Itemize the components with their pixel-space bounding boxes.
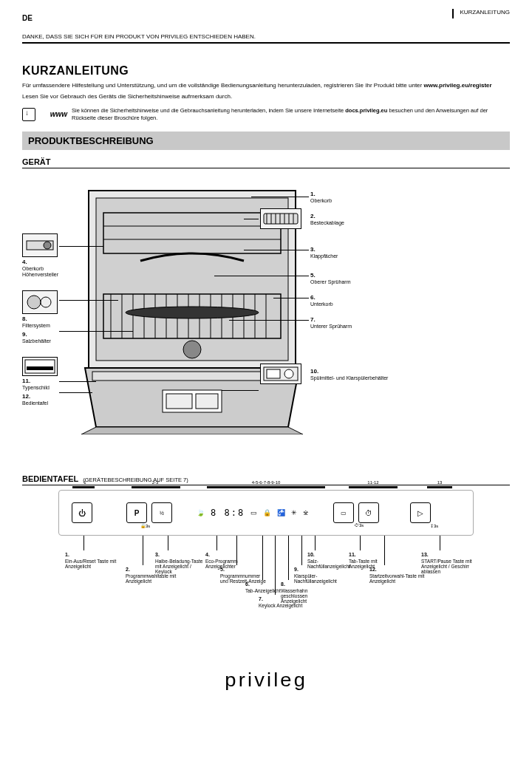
header-lang: DE bbox=[22, 13, 256, 23]
power-button[interactable]: ⏻ bbox=[72, 502, 92, 523]
page-title: KURZANLEITUNG bbox=[22, 64, 510, 78]
thumb-filter bbox=[22, 290, 58, 314]
svg-point-28 bbox=[44, 242, 51, 249]
thumb-dispenser bbox=[260, 364, 301, 384]
svg-point-29 bbox=[27, 296, 41, 309]
download-icon bbox=[22, 108, 35, 121]
svg-point-43 bbox=[284, 369, 293, 378]
svg-rect-25 bbox=[166, 394, 192, 409]
delay-button[interactable]: ⏱ bbox=[358, 502, 379, 523]
svg-rect-42 bbox=[267, 369, 280, 378]
svg-point-22 bbox=[183, 341, 201, 358]
intro-safety: Lesen Sie vor Gebrauch des Geräts die Si… bbox=[22, 93, 510, 101]
section-product: PRODUKTBESCHREIBUNG bbox=[22, 132, 510, 150]
www-icon: www bbox=[50, 110, 67, 118]
svg-point-21 bbox=[126, 307, 259, 318]
control-panel: 1 2-3 4-5-6-7-8-9-10 11-12 13 ⏻ P ½ 🔒3s … bbox=[58, 490, 474, 536]
thumb-cutlery bbox=[260, 208, 301, 229]
header-thanks: DANKE, DASS SIE SICH FÜR EIN PRODUKT VON… bbox=[22, 33, 256, 41]
tab-button[interactable]: ▭ bbox=[333, 502, 354, 523]
panel-labels: 1.Ein-Aus/Reset Taste mit Anzeigelicht 2… bbox=[59, 536, 473, 646]
rinse-icon: ✳ bbox=[291, 509, 297, 516]
svg-rect-33 bbox=[264, 214, 298, 224]
halfload-button[interactable]: ½ bbox=[151, 502, 172, 523]
start-button[interactable]: ▷ bbox=[410, 502, 431, 523]
eco-icon: 🍃 bbox=[197, 509, 205, 516]
download-text: Sie können die Sicherheitshinweise und d… bbox=[72, 107, 510, 122]
svg-rect-32 bbox=[27, 366, 53, 370]
header-doctype: KURZANLEITUNG bbox=[452, 9, 510, 18]
brand-logo: privileg bbox=[22, 669, 510, 692]
program-button[interactable]: P bbox=[126, 502, 147, 523]
display-digits: 8 8:8 bbox=[211, 508, 245, 518]
salt-icon: ※ bbox=[303, 509, 309, 516]
intro-reg: Für umfassendere Hilfestellung und Unter… bbox=[22, 82, 510, 90]
svg-rect-1 bbox=[96, 198, 288, 361]
thumb-adjuster bbox=[22, 233, 58, 257]
svg-rect-26 bbox=[196, 394, 218, 409]
tab-icon: ▭ bbox=[250, 509, 257, 516]
section-appliance: GERÄT bbox=[22, 154, 510, 168]
svg-point-30 bbox=[41, 297, 51, 307]
thumb-rating bbox=[22, 357, 58, 376]
lock-icon: 🔒 bbox=[263, 509, 271, 516]
tap-icon: 🚰 bbox=[277, 509, 285, 516]
appliance-diagram: 4.Oberkorb Höhenversteller 8.Filtersyste… bbox=[22, 176, 510, 457]
